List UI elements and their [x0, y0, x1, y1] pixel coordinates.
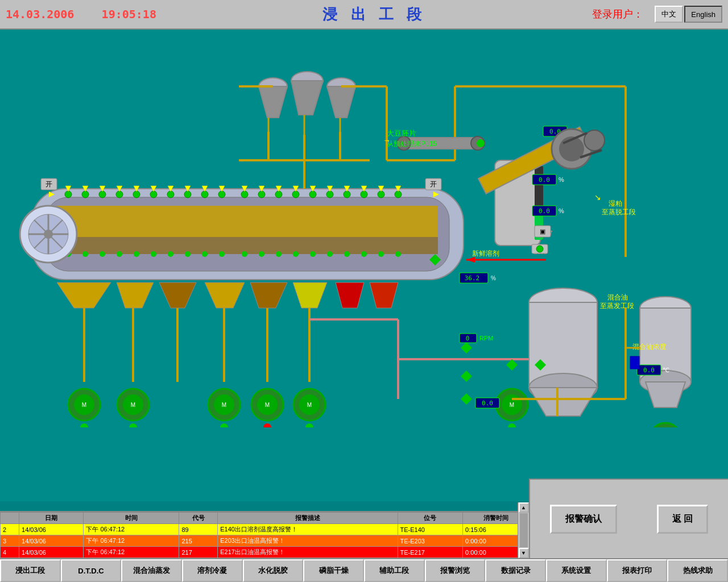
alarm-col-code: 代号: [179, 513, 218, 524]
svg-point-14: [218, 191, 225, 198]
svg-point-47: [100, 251, 105, 257]
svg-point-46: [82, 251, 88, 257]
svg-text:混合油: 混合油: [607, 293, 628, 301]
svg-point-11: [167, 191, 174, 198]
svg-point-48: [117, 251, 122, 257]
svg-text:至蒸脱工段: 至蒸脱工段: [602, 208, 636, 216]
alarm-cell-date: 14/03/06: [19, 535, 84, 547]
svg-point-9: [133, 191, 140, 198]
nav-btn-11[interactable]: 热线求助: [667, 559, 728, 582]
time-display: 19:05:18: [102, 7, 156, 21]
alarm-scrollbar[interactable]: ▲ ▼: [518, 502, 529, 558]
svg-point-218: [584, 130, 605, 151]
date-display: 14.03.2006: [6, 7, 74, 21]
svg-point-12: [184, 191, 191, 198]
alarm-cell-time: 下午 06:47:12: [84, 535, 179, 547]
alarm-cell-desc: E217出口油温高报警！: [218, 547, 398, 558]
svg-point-63: [378, 251, 384, 257]
svg-point-55: [242, 251, 247, 257]
nav-btn-0[interactable]: 浸出工段: [0, 559, 61, 582]
alarm-area: 日期 时间 代号 报警描述 位号 消警时间 2 14/03/06 下午 06:4…: [0, 511, 529, 558]
svg-point-5: [65, 191, 72, 198]
scroll-up-button[interactable]: ▲: [519, 502, 529, 513]
svg-text:开: 开: [46, 180, 52, 188]
alarm-cell-date: 14/03/06: [19, 524, 84, 535]
scroll-down-button[interactable]: ▼: [519, 548, 529, 558]
datetime-display: 14.03.2006 19:05:18: [6, 7, 156, 21]
svg-text:开: 开: [430, 180, 437, 188]
alarm-cell-tag: TE-E140: [398, 524, 463, 535]
svg-point-54: [219, 251, 225, 257]
page-title: 浸 出 工 段: [156, 5, 592, 24]
alarm-cell-time: 下午 06:47:12: [84, 524, 179, 535]
nav-btn-8[interactable]: 数据记录: [485, 559, 546, 582]
svg-point-96: [477, 139, 485, 147]
svg-point-8: [116, 191, 123, 198]
nav-btn-4[interactable]: 水化脱胶: [243, 559, 304, 582]
svg-rect-231: [630, 356, 639, 369]
alarm-col-date: 日期: [19, 513, 84, 524]
nav-btn-6[interactable]: 辅助工段: [364, 559, 425, 582]
svg-text:新鲜溶剂: 新鲜溶剂: [472, 250, 499, 257]
alarm-cell-id: 4: [1, 547, 19, 558]
header: 14.03.2006 19:05:18 浸 出 工 段 登录用户： 中文 Eng…: [0, 0, 728, 30]
alarm-row[interactable]: 3 14/03/06 下午 06:47:12 215 E203出口油温高报警！ …: [1, 535, 529, 547]
svg-point-21: [344, 191, 350, 198]
alarm-col-id: [1, 513, 19, 524]
alarm-cell-id: 2: [1, 524, 19, 535]
back-button[interactable]: 返 回: [657, 505, 708, 534]
svg-text:M: M: [82, 402, 86, 408]
nav-btn-1[interactable]: D.T.D.C: [61, 559, 122, 582]
svg-text:M: M: [510, 402, 514, 408]
svg-rect-3: [51, 206, 438, 237]
svg-text:%: %: [491, 275, 496, 281]
alarm-col-desc: 报警描述: [218, 513, 398, 524]
alarm-cell-time: 下午 06:47:12: [84, 547, 179, 558]
lang-en-button[interactable]: English: [684, 6, 722, 23]
scada-diagram: M M M M M M M: [0, 30, 728, 427]
nav-btn-3[interactable]: 溶剂冷凝: [182, 559, 243, 582]
alarm-cell-tag: TE-E203: [398, 535, 463, 547]
nav-btn-10[interactable]: 报表打印: [607, 559, 668, 582]
alarm-col-tag: 位号: [398, 513, 463, 524]
alarm-row[interactable]: 2 14/03/06 下午 06:47:12 89 E140出口溶剂温度高报警！…: [1, 524, 529, 535]
alarm-cell-code: 217: [179, 547, 218, 558]
svg-text:湿粕: 湿粕: [609, 199, 622, 207]
svg-text:M: M: [307, 402, 312, 408]
user-label: 登录用户：: [592, 7, 643, 21]
svg-text:从预处理来P115: 从预处理来P115: [387, 140, 437, 148]
svg-point-7: [99, 191, 106, 198]
nav-btn-5[interactable]: 磷脂干燥: [303, 559, 364, 582]
svg-point-18: [292, 191, 299, 198]
svg-point-22: [361, 191, 367, 198]
alarm-row[interactable]: 4 14/03/06 下午 06:47:12 217 E217出口油温高报警！ …: [1, 547, 529, 558]
svg-point-24: [395, 191, 402, 198]
svg-point-49: [134, 251, 139, 257]
svg-text:0.0: 0.0: [482, 400, 493, 407]
svg-text:大豆胚片: 大豆胚片: [387, 129, 416, 138]
nav-btn-2[interactable]: 混合油蒸发: [121, 559, 182, 582]
svg-point-52: [185, 251, 191, 257]
svg-text:%: %: [559, 176, 564, 183]
alarm-col-time: 时间: [84, 513, 179, 524]
svg-text:混合油浓度: 混合油浓度: [632, 343, 667, 351]
alarm-cell-code: 215: [179, 535, 218, 547]
svg-text:%: %: [559, 207, 564, 214]
svg-point-226: [536, 246, 543, 252]
svg-point-62: [361, 251, 367, 257]
svg-text:0.0: 0.0: [539, 207, 550, 215]
svg-point-56: [259, 251, 264, 257]
navigation-bar: 浸出工段D.T.D.C混合油蒸发溶剂冷凝水化脱胶磷脂干燥辅助工段报警浏览数据记录…: [0, 558, 728, 582]
svg-text:M: M: [131, 402, 135, 408]
lang-zh-button[interactable]: 中文: [655, 6, 683, 23]
svg-point-58: [293, 251, 299, 257]
svg-point-60: [327, 251, 333, 257]
svg-point-13: [201, 191, 208, 198]
nav-btn-7[interactable]: 报警浏览: [425, 559, 486, 582]
svg-point-53: [202, 251, 208, 257]
scroll-track: [520, 513, 528, 547]
svg-point-59: [310, 251, 316, 257]
alarm-cell-tag: TE-E217: [398, 547, 463, 558]
alarm-confirm-button[interactable]: 报警确认: [550, 505, 617, 534]
nav-btn-9[interactable]: 系统设置: [546, 559, 607, 582]
